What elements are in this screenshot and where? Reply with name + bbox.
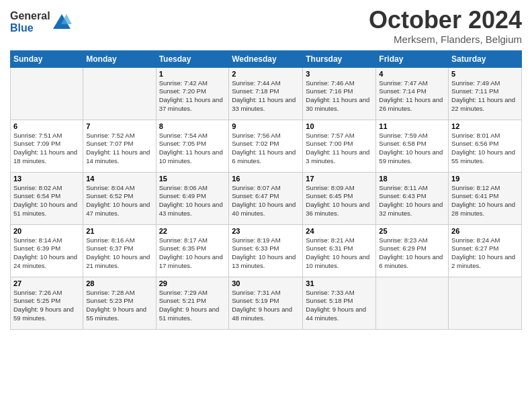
calendar-cell: 29Sunrise: 7:29 AMSunset: 5:21 PMDayligh… [156, 277, 229, 329]
day-info: Sunrise: 7:47 AMSunset: 7:14 PMDaylight:… [379, 79, 445, 113]
day-number: 7 [86, 122, 152, 130]
day-number: 16 [232, 175, 300, 183]
day-number: 8 [159, 122, 226, 130]
day-info: Sunrise: 7:57 AMSunset: 7:00 PMDaylight:… [306, 132, 373, 166]
calendar-cell: 13Sunrise: 8:02 AMSunset: 6:54 PMDayligh… [11, 172, 83, 224]
day-number: 14 [86, 175, 152, 183]
logo-icon [52, 12, 72, 32]
calendar-cell: 14Sunrise: 8:04 AMSunset: 6:52 PMDayligh… [83, 172, 156, 224]
calendar-cell: 15Sunrise: 8:06 AMSunset: 6:49 PMDayligh… [156, 172, 229, 224]
calendar-cell [83, 67, 156, 120]
logo-blue: Blue [10, 22, 50, 34]
day-number: 23 [232, 227, 300, 235]
calendar-cell: 24Sunrise: 8:21 AMSunset: 6:31 PMDayligh… [303, 224, 376, 277]
day-number: 25 [379, 227, 445, 235]
day-header-thursday: Thursday [303, 50, 376, 67]
day-info: Sunrise: 7:51 AMSunset: 7:09 PMDaylight:… [13, 132, 80, 166]
day-info: Sunrise: 7:29 AMSunset: 5:21 PMDaylight:… [159, 289, 226, 323]
day-number: 6 [13, 122, 80, 130]
calendar-cell: 3Sunrise: 7:46 AMSunset: 7:16 PMDaylight… [303, 67, 376, 120]
calendar-cell: 10Sunrise: 7:57 AMSunset: 7:00 PMDayligh… [303, 120, 376, 172]
calendar-cell: 4Sunrise: 7:47 AMSunset: 7:14 PMDaylight… [376, 67, 449, 120]
calendar-cell: 26Sunrise: 8:24 AMSunset: 6:27 PMDayligh… [449, 224, 522, 277]
day-number: 11 [379, 122, 445, 130]
day-number: 29 [159, 279, 226, 287]
logo-general: General [10, 10, 50, 22]
calendar-cell: 12Sunrise: 8:01 AMSunset: 6:56 PMDayligh… [449, 120, 522, 172]
day-header-saturday: Saturday [449, 50, 522, 67]
calendar-cell: 25Sunrise: 8:23 AMSunset: 6:29 PMDayligh… [376, 224, 449, 277]
day-number: 28 [86, 279, 152, 287]
calendar-cell: 11Sunrise: 7:59 AMSunset: 6:58 PMDayligh… [376, 120, 449, 172]
day-header-monday: Monday [83, 50, 156, 67]
day-number: 12 [451, 122, 519, 130]
day-number: 5 [451, 70, 519, 78]
day-info: Sunrise: 8:01 AMSunset: 6:56 PMDaylight:… [451, 132, 519, 166]
day-info: Sunrise: 8:07 AMSunset: 6:47 PMDaylight:… [232, 184, 300, 218]
week-row-4: 20Sunrise: 8:14 AMSunset: 6:39 PMDayligh… [11, 224, 522, 277]
calendar-cell: 20Sunrise: 8:14 AMSunset: 6:39 PMDayligh… [11, 224, 83, 277]
calendar-table: SundayMondayTuesdayWednesdayThursdayFrid… [10, 50, 522, 330]
calendar-cell: 16Sunrise: 8:07 AMSunset: 6:47 PMDayligh… [229, 172, 303, 224]
calendar-cell: 28Sunrise: 7:28 AMSunset: 5:23 PMDayligh… [83, 277, 156, 329]
page-container: General Blue October 2024 Merksem, Fland… [0, 0, 532, 333]
day-info: Sunrise: 7:52 AMSunset: 7:07 PMDaylight:… [86, 132, 152, 166]
day-number: 20 [13, 227, 80, 235]
day-info: Sunrise: 8:11 AMSunset: 6:43 PMDaylight:… [379, 184, 445, 218]
calendar-cell: 21Sunrise: 8:16 AMSunset: 6:37 PMDayligh… [83, 224, 156, 277]
day-info: Sunrise: 7:56 AMSunset: 7:02 PMDaylight:… [232, 132, 300, 166]
calendar-cell: 31Sunrise: 7:33 AMSunset: 5:18 PMDayligh… [303, 277, 376, 329]
day-number: 13 [13, 175, 80, 183]
day-number: 15 [159, 175, 226, 183]
day-number: 30 [232, 279, 300, 287]
day-number: 27 [13, 279, 80, 287]
day-number: 1 [159, 70, 226, 78]
calendar-cell [449, 277, 522, 329]
day-number: 9 [232, 122, 300, 130]
calendar-cell: 17Sunrise: 8:09 AMSunset: 6:45 PMDayligh… [303, 172, 376, 224]
day-info: Sunrise: 7:49 AMSunset: 7:11 PMDaylight:… [451, 79, 519, 113]
day-info: Sunrise: 7:28 AMSunset: 5:23 PMDaylight:… [86, 289, 152, 323]
day-info: Sunrise: 8:21 AMSunset: 6:31 PMDaylight:… [306, 236, 373, 271]
logo-text: General Blue [10, 10, 50, 34]
day-info: Sunrise: 8:09 AMSunset: 6:45 PMDaylight:… [306, 184, 373, 218]
calendar-cell: 8Sunrise: 7:54 AMSunset: 7:05 PMDaylight… [156, 120, 229, 172]
day-info: Sunrise: 8:23 AMSunset: 6:29 PMDaylight:… [379, 236, 445, 271]
header-row: SundayMondayTuesdayWednesdayThursdayFrid… [11, 50, 522, 67]
day-info: Sunrise: 8:19 AMSunset: 6:33 PMDaylight:… [232, 236, 300, 271]
day-number: 31 [306, 279, 373, 287]
day-info: Sunrise: 7:46 AMSunset: 7:16 PMDaylight:… [306, 79, 373, 113]
day-number: 3 [306, 70, 373, 78]
day-info: Sunrise: 8:02 AMSunset: 6:54 PMDaylight:… [13, 184, 80, 218]
day-info: Sunrise: 7:59 AMSunset: 6:58 PMDaylight:… [379, 132, 445, 166]
day-number: 2 [232, 70, 300, 78]
day-info: Sunrise: 7:26 AMSunset: 5:25 PMDaylight:… [13, 289, 80, 323]
day-number: 26 [451, 227, 519, 235]
day-info: Sunrise: 8:17 AMSunset: 6:35 PMDaylight:… [159, 236, 226, 271]
day-info: Sunrise: 7:33 AMSunset: 5:18 PMDaylight:… [306, 289, 373, 323]
subtitle: Merksem, Flanders, Belgium [369, 34, 522, 45]
week-row-1: 1Sunrise: 7:42 AMSunset: 7:20 PMDaylight… [11, 67, 522, 120]
day-info: Sunrise: 8:06 AMSunset: 6:49 PMDaylight:… [159, 184, 226, 218]
calendar-cell: 1Sunrise: 7:42 AMSunset: 7:20 PMDaylight… [156, 67, 229, 120]
calendar-cell [376, 277, 449, 329]
logo: General Blue [10, 10, 72, 34]
day-info: Sunrise: 7:54 AMSunset: 7:05 PMDaylight:… [159, 132, 226, 166]
day-number: 4 [379, 70, 445, 78]
day-info: Sunrise: 8:12 AMSunset: 6:41 PMDaylight:… [451, 184, 519, 218]
calendar-cell: 2Sunrise: 7:44 AMSunset: 7:18 PMDaylight… [229, 67, 303, 120]
title-section: October 2024 Merksem, Flanders, Belgium [369, 7, 522, 45]
day-info: Sunrise: 7:44 AMSunset: 7:18 PMDaylight:… [232, 79, 300, 113]
day-info: Sunrise: 8:04 AMSunset: 6:52 PMDaylight:… [86, 184, 152, 218]
week-row-3: 13Sunrise: 8:02 AMSunset: 6:54 PMDayligh… [11, 172, 522, 224]
calendar-cell: 23Sunrise: 8:19 AMSunset: 6:33 PMDayligh… [229, 224, 303, 277]
week-row-5: 27Sunrise: 7:26 AMSunset: 5:25 PMDayligh… [11, 277, 522, 329]
calendar-cell: 19Sunrise: 8:12 AMSunset: 6:41 PMDayligh… [449, 172, 522, 224]
day-info: Sunrise: 7:31 AMSunset: 5:19 PMDaylight:… [232, 289, 300, 323]
calendar-cell: 9Sunrise: 7:56 AMSunset: 7:02 PMDaylight… [229, 120, 303, 172]
day-header-wednesday: Wednesday [229, 50, 303, 67]
day-info: Sunrise: 8:14 AMSunset: 6:39 PMDaylight:… [13, 236, 80, 271]
calendar-cell: 27Sunrise: 7:26 AMSunset: 5:25 PMDayligh… [11, 277, 83, 329]
day-info: Sunrise: 7:42 AMSunset: 7:20 PMDaylight:… [159, 79, 226, 113]
day-info: Sunrise: 8:24 AMSunset: 6:27 PMDaylight:… [451, 236, 519, 271]
